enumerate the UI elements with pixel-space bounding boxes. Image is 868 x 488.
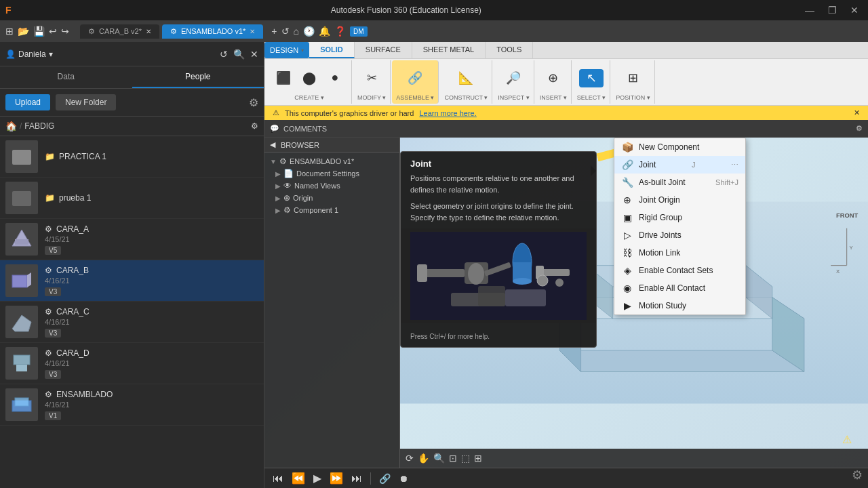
create-sphere-btn[interactable]: ● <box>323 69 347 87</box>
browser-collapse-icon[interactable]: ◀ <box>270 140 275 149</box>
grid-icon[interactable]: ⊞ <box>5 26 14 37</box>
file-item-cara-b[interactable]: ⚙ CARA_B 4/16/21 V3 <box>0 260 264 302</box>
link-tool-icon[interactable]: 🔗 <box>376 472 393 485</box>
user-avatar[interactable]: DM <box>350 26 368 37</box>
construct-arrow[interactable]: ▾ <box>484 94 488 101</box>
browser-item-named-views[interactable]: ▶ 👁 Named Views <box>267 180 397 192</box>
next-frame-button[interactable]: ⏩ <box>327 470 346 486</box>
grid-view-icon[interactable]: ⊞ <box>474 453 482 464</box>
menu-item-motion-study[interactable]: ▶ Motion Study <box>614 297 745 314</box>
insert-arrow[interactable]: ▾ <box>564 94 567 101</box>
upload-button[interactable]: Upload <box>5 94 50 110</box>
display-mode-icon[interactable]: ⬚ <box>461 453 470 464</box>
menu-item-joint-origin[interactable]: ⊕ Joint Origin <box>614 191 745 209</box>
browser-item-ensamblado[interactable]: ▼ ⚙ ENSAMBLADO v1* <box>267 155 397 167</box>
file-item-ensamblado[interactable]: ⚙ ENSAMBLADO 4/16/21 V1 <box>0 384 264 426</box>
nav-tab-data[interactable]: Data <box>0 66 132 88</box>
comments-settings-icon[interactable]: ⚙ <box>856 124 863 133</box>
file-item-prueba1[interactable]: 📁 prueba 1 <box>0 178 264 219</box>
menu-item-new-component[interactable]: 📦 New Component <box>614 138 745 156</box>
select-btn[interactable]: ↖ <box>579 69 604 87</box>
position-arrow[interactable]: ▾ <box>647 94 650 101</box>
create-cylinder-btn[interactable]: ⬤ <box>297 69 321 87</box>
close-button[interactable]: ✕ <box>846 3 863 17</box>
ribbon-tab-tools[interactable]: TOOLS <box>486 42 533 58</box>
help-icon[interactable]: ❓ <box>334 26 346 37</box>
file-name-cara-a: ⚙ CARA_A <box>45 224 258 234</box>
play-button[interactable]: ▶ <box>311 470 324 486</box>
tab-close-ensamblado[interactable]: ✕ <box>250 28 255 35</box>
browser-item-origin[interactable]: ▶ ⊕ Origin <box>267 192 397 204</box>
pan-icon[interactable]: ✋ <box>418 453 429 464</box>
warning-close-icon[interactable]: ✕ <box>854 108 860 117</box>
folder-open-icon[interactable]: 📂 <box>18 26 29 37</box>
panel-settings-icon[interactable]: ⚙ <box>249 96 258 109</box>
orbit-icon[interactable]: ⟳ <box>406 453 414 464</box>
assemble-arrow[interactable]: ▾ <box>431 94 434 101</box>
position-btn[interactable]: ⊞ <box>620 69 645 87</box>
prev-frame-button[interactable]: ⏪ <box>289 470 308 486</box>
browser-item-component[interactable]: ▶ ⚙ Component 1 <box>267 204 397 216</box>
ribbon-tab-surface[interactable]: SURFACE <box>355 42 412 58</box>
menu-item-drive-joints[interactable]: ▷ Drive Joints <box>614 226 745 244</box>
breadcrumb-folder[interactable]: FABDIG <box>24 121 54 131</box>
fit-view-icon[interactable]: ⊡ <box>449 453 457 464</box>
inspect-btn[interactable]: 🔎 <box>501 69 526 87</box>
browser-item-doc-settings[interactable]: ▶ 📄 Document Settings <box>267 167 397 180</box>
learn-more-link[interactable]: Learn more here. <box>419 109 476 117</box>
menu-item-joint[interactable]: 🔗 Joint J ⋯ <box>614 156 745 174</box>
zoom-icon[interactable]: 🔍 <box>433 453 445 464</box>
refresh-tab-icon[interactable]: ↺ <box>281 26 290 37</box>
bell-icon[interactable]: 🔔 <box>319 26 330 37</box>
minimize-button[interactable]: — <box>801 3 818 17</box>
tooltip-footer: Press Ctrl+/ for more help. <box>401 329 596 347</box>
menu-item-rigid-group[interactable]: ▣ Rigid Group <box>614 209 745 226</box>
breadcrumb-settings-icon[interactable]: ⚙ <box>251 121 258 131</box>
new-folder-button[interactable]: New Folder <box>56 94 116 110</box>
menu-item-enable-contact-sets[interactable]: ◈ Enable Contact Sets <box>614 262 745 279</box>
modify-btn[interactable]: ✂ <box>359 69 384 87</box>
file-thumb-cara-c <box>5 306 38 338</box>
menu-item-motion-link[interactable]: ⛓ Motion Link <box>614 244 745 262</box>
refresh-icon[interactable]: ↺ <box>220 49 228 60</box>
search-icon[interactable]: 🔍 <box>233 49 245 60</box>
goto-end-button[interactable]: ⏭ <box>349 471 365 486</box>
select-arrow[interactable]: ▾ <box>602 94 606 101</box>
viewport-settings-icon[interactable]: ⚙ <box>852 468 863 483</box>
create-box-btn[interactable]: ⬛ <box>271 69 296 87</box>
assemble-btn[interactable]: 🔗 <box>403 69 427 87</box>
ribbon-tab-solid[interactable]: SOLID <box>309 42 355 58</box>
maximize-button[interactable]: ❐ <box>824 3 841 17</box>
file-item-cara-c[interactable]: ⚙ CARA_C 4/16/21 V3 <box>0 302 264 343</box>
tab-bar: ⊞ 📂 💾 ↩ ↪ ⚙ CARA_B v2* ✕ ⚙ ENSAMBLADO v1… <box>0 20 868 42</box>
ribbon-tab-sheet-metal[interactable]: SHEET METAL <box>412 42 486 58</box>
file-item-cara-d[interactable]: ⚙ CARA_D 4/16/21 V3 <box>0 343 264 384</box>
tab-ensamblado[interactable]: ⚙ ENSAMBLADO v1* ✕ <box>162 24 263 39</box>
inspect-arrow[interactable]: ▾ <box>526 94 530 101</box>
modify-arrow[interactable]: ▾ <box>382 94 386 101</box>
file-item-practica1[interactable]: 📁 PRACTICA 1 <box>0 136 264 178</box>
undo-icon[interactable]: ↩ <box>49 26 57 37</box>
home-tab-icon[interactable]: ⌂ <box>294 26 299 37</box>
motion-link-icon: ⛓ <box>621 247 633 258</box>
tab-close-cara-b[interactable]: ✕ <box>146 28 151 35</box>
redo-icon[interactable]: ↪ <box>61 26 69 37</box>
file-item-cara-a[interactable]: ⚙ CARA_A 4/15/21 V5 <box>0 219 264 260</box>
menu-item-asbuilt-joint[interactable]: 🔧 As-built Joint Shift+J <box>614 174 745 191</box>
menu-item-enable-all-contact[interactable]: ◉ Enable All Contact <box>614 279 745 297</box>
insert-btn[interactable]: ⊕ <box>541 69 566 87</box>
design-dropdown[interactable]: DESIGN ▾ <box>264 42 309 58</box>
create-arrow[interactable]: ▾ <box>321 94 324 101</box>
user-dropdown-icon[interactable]: ▾ <box>49 49 53 59</box>
nav-tab-people[interactable]: People <box>132 66 264 88</box>
clock-icon[interactable]: 🕐 <box>303 26 315 37</box>
home-icon[interactable]: 🏠 <box>5 121 17 131</box>
tab-cara-b[interactable]: ⚙ CARA_B v2* ✕ <box>80 24 159 39</box>
add-tab-button[interactable]: + <box>271 26 277 37</box>
close-panel-icon[interactable]: ✕ <box>250 49 258 60</box>
joint-more-icon[interactable]: ⋯ <box>731 161 738 169</box>
save-icon[interactable]: 💾 <box>33 26 45 37</box>
record-icon[interactable]: ⏺ <box>396 472 411 485</box>
goto-start-button[interactable]: ⏮ <box>270 471 286 486</box>
construct-btn[interactable]: 📐 <box>454 69 478 87</box>
